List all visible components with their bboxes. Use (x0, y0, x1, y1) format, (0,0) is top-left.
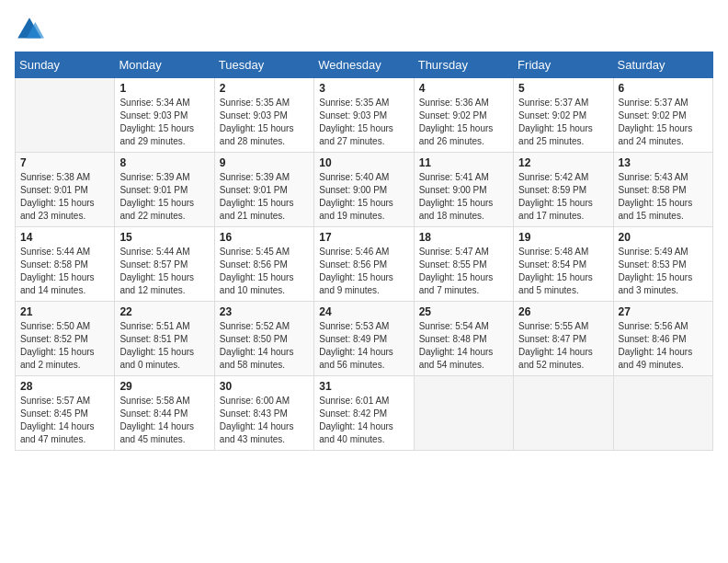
calendar-cell: 3Sunrise: 5:35 AM Sunset: 9:03 PM Daylig… (314, 78, 414, 153)
calendar-cell: 11Sunrise: 5:41 AM Sunset: 9:00 PM Dayli… (414, 153, 513, 227)
day-detail: Sunrise: 5:58 AM Sunset: 8:44 PM Dayligh… (119, 395, 209, 446)
day-number: 12 (518, 156, 608, 169)
calendar-cell: 22Sunrise: 5:51 AM Sunset: 8:51 PM Dayli… (115, 302, 214, 376)
calendar-cell: 23Sunrise: 5:52 AM Sunset: 8:50 PM Dayli… (214, 302, 313, 376)
day-number: 5 (518, 82, 608, 95)
day-number: 7 (20, 156, 109, 169)
day-number: 29 (119, 380, 209, 393)
day-detail: Sunrise: 5:35 AM Sunset: 9:03 PM Dayligh… (319, 97, 408, 148)
day-detail: Sunrise: 5:37 AM Sunset: 9:02 PM Dayligh… (619, 97, 708, 148)
day-number: 4 (419, 82, 508, 95)
weekday-header-wednesday: Wednesday (314, 52, 414, 78)
day-detail: Sunrise: 5:53 AM Sunset: 8:49 PM Dayligh… (319, 320, 408, 372)
day-detail: Sunrise: 5:51 AM Sunset: 8:51 PM Dayligh… (119, 320, 209, 372)
day-number: 16 (220, 231, 309, 244)
calendar-cell: 14Sunrise: 5:44 AM Sunset: 8:58 PM Dayli… (16, 227, 115, 302)
day-number: 23 (220, 305, 309, 318)
day-detail: Sunrise: 5:43 AM Sunset: 8:58 PM Dayligh… (619, 171, 708, 223)
day-number: 22 (119, 305, 209, 318)
week-row-1: 1Sunrise: 5:34 AM Sunset: 9:03 PM Daylig… (16, 78, 713, 153)
day-detail: Sunrise: 5:46 AM Sunset: 8:56 PM Dayligh… (319, 246, 408, 297)
calendar-cell: 5Sunrise: 5:37 AM Sunset: 9:02 PM Daylig… (514, 78, 613, 153)
calendar-cell: 15Sunrise: 5:44 AM Sunset: 8:57 PM Dayli… (115, 227, 214, 302)
day-detail: Sunrise: 5:50 AM Sunset: 8:52 PM Dayligh… (20, 320, 109, 372)
day-detail: Sunrise: 5:40 AM Sunset: 9:00 PM Dayligh… (319, 171, 408, 223)
calendar-cell: 25Sunrise: 5:54 AM Sunset: 8:48 PM Dayli… (414, 302, 513, 376)
calendar-cell: 2Sunrise: 5:35 AM Sunset: 9:03 PM Daylig… (214, 78, 313, 153)
day-number: 24 (319, 305, 408, 318)
day-number: 25 (419, 305, 508, 318)
day-detail: Sunrise: 5:56 AM Sunset: 8:46 PM Dayligh… (619, 320, 708, 372)
day-detail: Sunrise: 5:54 AM Sunset: 8:48 PM Dayligh… (419, 320, 508, 372)
calendar-cell: 8Sunrise: 5:39 AM Sunset: 9:01 PM Daylig… (115, 153, 214, 227)
day-number: 20 (619, 231, 708, 244)
weekday-header-saturday: Saturday (613, 52, 712, 78)
day-number: 18 (419, 231, 508, 244)
day-detail: Sunrise: 5:49 AM Sunset: 8:53 PM Dayligh… (619, 246, 708, 297)
day-number: 27 (619, 305, 708, 318)
day-number: 11 (419, 156, 508, 169)
day-number: 9 (220, 156, 309, 169)
day-detail: Sunrise: 5:55 AM Sunset: 8:47 PM Dayligh… (518, 320, 608, 372)
day-number: 30 (220, 380, 309, 393)
day-number: 28 (20, 380, 109, 393)
day-detail: Sunrise: 5:57 AM Sunset: 8:45 PM Dayligh… (20, 395, 109, 446)
calendar-cell: 9Sunrise: 5:39 AM Sunset: 9:01 PM Daylig… (214, 153, 313, 227)
day-detail: Sunrise: 5:39 AM Sunset: 9:01 PM Dayligh… (220, 171, 309, 223)
day-number: 8 (119, 156, 209, 169)
calendar-cell: 20Sunrise: 5:49 AM Sunset: 8:53 PM Dayli… (613, 227, 712, 302)
calendar-cell: 28Sunrise: 5:57 AM Sunset: 8:45 PM Dayli… (16, 376, 115, 451)
day-number: 10 (319, 156, 408, 169)
day-detail: Sunrise: 5:41 AM Sunset: 9:00 PM Dayligh… (419, 171, 508, 223)
day-detail: Sunrise: 5:42 AM Sunset: 8:59 PM Dayligh… (518, 171, 608, 223)
weekday-header-tuesday: Tuesday (214, 52, 313, 78)
calendar-cell: 19Sunrise: 5:48 AM Sunset: 8:54 PM Dayli… (514, 227, 613, 302)
calendar-cell: 30Sunrise: 6:00 AM Sunset: 8:43 PM Dayli… (214, 376, 313, 451)
day-number: 13 (619, 156, 708, 169)
calendar-cell: 1Sunrise: 5:34 AM Sunset: 9:03 PM Daylig… (115, 78, 214, 153)
day-detail: Sunrise: 5:44 AM Sunset: 8:57 PM Dayligh… (119, 246, 209, 297)
day-detail: Sunrise: 5:52 AM Sunset: 8:50 PM Dayligh… (220, 320, 309, 372)
weekday-header-thursday: Thursday (414, 52, 513, 78)
calendar-cell: 17Sunrise: 5:46 AM Sunset: 8:56 PM Dayli… (314, 227, 414, 302)
day-number: 31 (319, 380, 408, 393)
weekday-header-row: SundayMondayTuesdayWednesdayThursdayFrid… (16, 52, 713, 78)
calendar-cell: 21Sunrise: 5:50 AM Sunset: 8:52 PM Dayli… (16, 302, 115, 376)
calendar-cell: 12Sunrise: 5:42 AM Sunset: 8:59 PM Dayli… (514, 153, 613, 227)
day-detail: Sunrise: 5:47 AM Sunset: 8:55 PM Dayligh… (419, 246, 508, 297)
week-row-5: 28Sunrise: 5:57 AM Sunset: 8:45 PM Dayli… (16, 376, 713, 451)
day-detail: Sunrise: 5:45 AM Sunset: 8:56 PM Dayligh… (220, 246, 309, 297)
day-number: 15 (119, 231, 209, 244)
calendar-cell: 24Sunrise: 5:53 AM Sunset: 8:49 PM Dayli… (314, 302, 414, 376)
calendar-cell (613, 376, 712, 451)
calendar-cell: 27Sunrise: 5:56 AM Sunset: 8:46 PM Dayli… (613, 302, 712, 376)
day-number: 2 (220, 82, 309, 95)
day-detail: Sunrise: 5:37 AM Sunset: 9:02 PM Dayligh… (518, 97, 608, 148)
day-detail: Sunrise: 5:38 AM Sunset: 9:01 PM Dayligh… (20, 171, 109, 223)
calendar-cell: 7Sunrise: 5:38 AM Sunset: 9:01 PM Daylig… (16, 153, 115, 227)
calendar-cell: 6Sunrise: 5:37 AM Sunset: 9:02 PM Daylig… (613, 78, 712, 153)
calendar-cell (514, 376, 613, 451)
day-number: 19 (518, 231, 608, 244)
day-number: 14 (20, 231, 109, 244)
day-number: 21 (20, 305, 109, 318)
calendar-cell: 26Sunrise: 5:55 AM Sunset: 8:47 PM Dayli… (514, 302, 613, 376)
calendar-cell (16, 78, 115, 153)
day-detail: Sunrise: 5:44 AM Sunset: 8:58 PM Dayligh… (20, 246, 109, 297)
day-number: 3 (319, 82, 408, 95)
calendar-cell: 18Sunrise: 5:47 AM Sunset: 8:55 PM Dayli… (414, 227, 513, 302)
week-row-2: 7Sunrise: 5:38 AM Sunset: 9:01 PM Daylig… (16, 153, 713, 227)
logo-icon (15, 15, 44, 44)
calendar-cell: 31Sunrise: 6:01 AM Sunset: 8:42 PM Dayli… (314, 376, 414, 451)
week-row-4: 21Sunrise: 5:50 AM Sunset: 8:52 PM Dayli… (16, 302, 713, 376)
calendar-cell: 4Sunrise: 5:36 AM Sunset: 9:02 PM Daylig… (414, 78, 513, 153)
page-header (15, 15, 713, 44)
day-detail: Sunrise: 5:35 AM Sunset: 9:03 PM Dayligh… (220, 97, 309, 148)
day-number: 26 (518, 305, 608, 318)
calendar-cell: 13Sunrise: 5:43 AM Sunset: 8:58 PM Dayli… (613, 153, 712, 227)
calendar-table: SundayMondayTuesdayWednesdayThursdayFrid… (15, 52, 713, 451)
week-row-3: 14Sunrise: 5:44 AM Sunset: 8:58 PM Dayli… (16, 227, 713, 302)
calendar-cell: 29Sunrise: 5:58 AM Sunset: 8:44 PM Dayli… (115, 376, 214, 451)
calendar-cell (414, 376, 513, 451)
day-number: 17 (319, 231, 408, 244)
